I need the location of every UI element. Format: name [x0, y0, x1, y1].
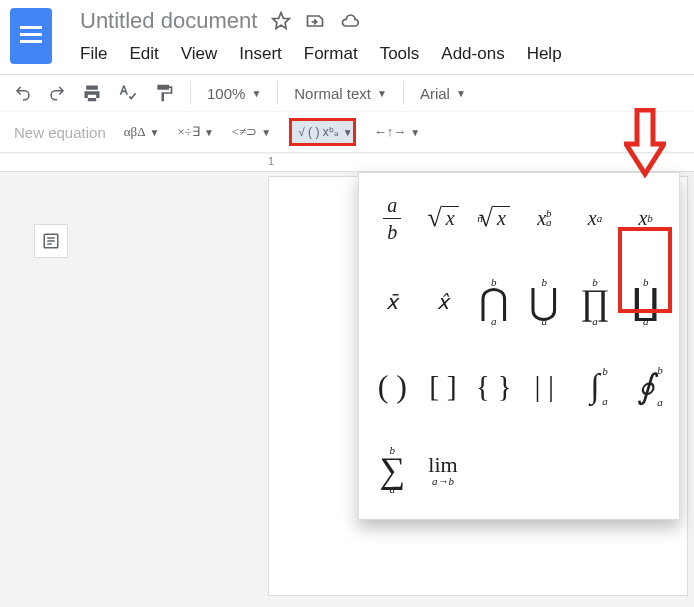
eq-cap-op: ⋂: [479, 288, 509, 317]
zoom-value: 100%: [207, 85, 245, 102]
menu-format[interactable]: Format: [304, 44, 358, 64]
document-canvas: 1 a b √x n√x xba xa xb x̄ x̂: [0, 153, 694, 607]
paragraph-style-dropdown[interactable]: Normal text ▼: [294, 85, 387, 102]
equation-math-panel: a b √x n√x xba xa xb x̄ x̂ b⋂a b⋃a: [358, 172, 680, 520]
eq-oint-b: b: [657, 364, 663, 376]
outline-toggle-icon[interactable]: [34, 224, 68, 258]
eq-bigcup[interactable]: b⋃a: [521, 271, 568, 333]
eq-greek-label: αβΔ: [124, 124, 146, 140]
eq-xb-x: x: [638, 207, 647, 230]
menu-edit[interactable]: Edit: [129, 44, 158, 64]
eq-frac-den: b: [387, 222, 397, 242]
eq-xab-a: a: [546, 218, 552, 227]
eq-brace-label: { }: [476, 369, 512, 403]
eq-lim-label: lim: [428, 454, 457, 476]
svg-marker-0: [273, 13, 290, 29]
eq-parentheses[interactable]: ( ): [369, 355, 416, 417]
eq-xa-a: a: [597, 212, 603, 224]
eq-relations-dropdown[interactable]: <≠⊃ ▼: [232, 124, 271, 140]
eq-cap-a: a: [491, 316, 497, 327]
menu-addons[interactable]: Add-ons: [441, 44, 504, 64]
eq-sqrt[interactable]: √x: [420, 187, 467, 249]
eq-subscript[interactable]: xa: [572, 187, 619, 249]
paragraph-style-value: Normal text: [294, 85, 371, 102]
eq-frac-num: a: [387, 195, 397, 215]
new-equation-button[interactable]: New equation: [14, 124, 106, 141]
eq-sqrt-x: x: [442, 206, 459, 230]
eq-oint-a: a: [657, 396, 663, 408]
eq-subsuper[interactable]: xba: [521, 187, 568, 249]
eq-rel-label: <≠⊃: [232, 124, 257, 140]
redo-icon[interactable]: [48, 84, 66, 102]
menu-file[interactable]: File: [80, 44, 107, 64]
eq-paren-label: ( ): [378, 368, 407, 405]
eq-bars-label: | |: [535, 369, 555, 403]
eq-coprod[interactable]: b∐a: [622, 271, 669, 333]
zoom-dropdown[interactable]: 100% ▼: [207, 85, 261, 102]
menu-view[interactable]: View: [181, 44, 218, 64]
print-icon[interactable]: [82, 83, 102, 103]
eq-greek-dropdown[interactable]: αβΔ ▼: [124, 124, 160, 140]
eq-int-op: ∫: [590, 367, 599, 404]
menubar: File Edit View Insert Format Tools Add-o…: [80, 44, 684, 64]
eq-xbar-label: x̄: [386, 290, 398, 314]
docs-logo[interactable]: [10, 8, 52, 64]
undo-icon[interactable]: [14, 84, 32, 102]
spellcheck-icon[interactable]: [118, 83, 138, 103]
star-icon[interactable]: [271, 11, 291, 31]
eq-sum-a: a: [390, 484, 396, 495]
ruler: 1: [0, 154, 694, 172]
eq-nthroot[interactable]: n√x: [470, 187, 517, 249]
eq-superscript[interactable]: xb: [622, 187, 669, 249]
eq-xab-x: x: [537, 207, 546, 230]
eq-xhat[interactable]: x̂: [420, 271, 467, 333]
eq-xhat-label: x̂: [437, 290, 449, 314]
menu-insert[interactable]: Insert: [239, 44, 282, 64]
eq-empty: [470, 439, 517, 501]
eq-brack-label: [ ]: [429, 369, 456, 403]
eq-fraction[interactable]: a b: [369, 187, 416, 249]
eq-bigcap[interactable]: b⋂a: [470, 271, 517, 333]
eq-prod-op: ∏: [580, 288, 610, 317]
chevron-down-icon: ▼: [251, 88, 261, 99]
cloud-icon[interactable]: [339, 11, 361, 31]
eq-xa-x: x: [588, 207, 597, 230]
eq-coprod-op: ∐: [632, 288, 659, 317]
eq-braces[interactable]: { }: [470, 355, 517, 417]
font-dropdown[interactable]: Arial ▼: [420, 85, 466, 102]
chevron-down-icon: ▼: [377, 88, 387, 99]
eq-ops-label: ×÷∃: [177, 124, 199, 140]
eq-integral[interactable]: ∫ba: [572, 355, 619, 417]
eq-bars[interactable]: | |: [521, 355, 568, 417]
doc-title[interactable]: Untitled document: [80, 8, 257, 34]
eq-empty: [572, 439, 619, 501]
main-toolbar: 100% ▼ Normal text ▼ Arial ▼: [0, 74, 694, 112]
eq-xbar[interactable]: x̄: [369, 271, 416, 333]
chevron-down-icon: ▼: [343, 127, 353, 138]
eq-limit[interactable]: lima→b: [420, 439, 467, 501]
eq-math-dropdown[interactable]: √ ( ) xᵇₐ ▼: [289, 118, 356, 146]
chevron-down-icon: ▼: [261, 127, 271, 138]
paint-format-icon[interactable]: [154, 83, 174, 103]
eq-prod-a: a: [592, 316, 598, 327]
chevron-down-icon: ▼: [204, 127, 214, 138]
chevron-down-icon: ▼: [150, 127, 160, 138]
eq-coprod-a: a: [643, 316, 649, 327]
eq-cup-op: ⋃: [529, 288, 559, 317]
eq-brackets[interactable]: [ ]: [420, 355, 467, 417]
equation-toolbar: New equation αβΔ ▼ ×÷∃ ▼ <≠⊃ ▼ √ ( ) xᵇₐ…: [0, 112, 694, 153]
eq-lim-sub: a→b: [432, 476, 454, 487]
chevron-down-icon: ▼: [456, 88, 466, 99]
eq-ops-dropdown[interactable]: ×÷∃ ▼: [177, 124, 213, 140]
eq-sum[interactable]: b∑a: [369, 439, 416, 501]
menu-help[interactable]: Help: [527, 44, 562, 64]
eq-prod[interactable]: b∏a: [572, 271, 619, 333]
eq-int-b: b: [602, 365, 608, 377]
eq-contour-integral[interactable]: ∮ba: [622, 355, 669, 417]
menu-tools[interactable]: Tools: [380, 44, 420, 64]
eq-arrows-dropdown[interactable]: ←↑→ ▼: [374, 124, 420, 140]
move-icon[interactable]: [305, 11, 325, 31]
eq-xb-b: b: [647, 212, 653, 224]
eq-math-label: √ ( ) xᵇₐ: [298, 125, 339, 139]
eq-arrows-label: ←↑→: [374, 124, 407, 140]
